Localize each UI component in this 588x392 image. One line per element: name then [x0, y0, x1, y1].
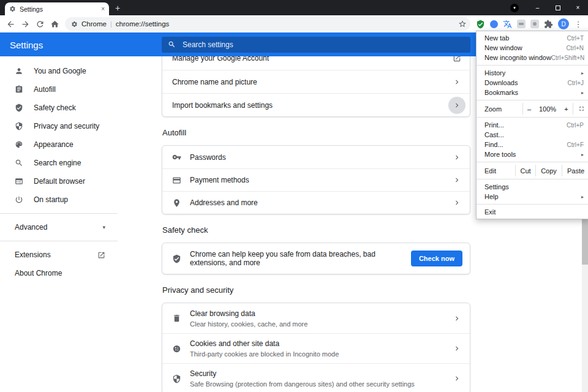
page-title: Settings [10, 39, 43, 50]
chevron-right-icon [453, 344, 461, 353]
reload-button[interactable] [32, 17, 47, 31]
row-addresses[interactable]: Addresses and more [162, 191, 470, 214]
row-label: Passwords [190, 153, 444, 162]
home-button[interactable] [47, 17, 62, 31]
menu-item-label: New tab [484, 34, 567, 42]
sidebar-item-autofill[interactable]: Autofill [0, 80, 118, 99]
menu-item-help[interactable]: Help ▸ [477, 192, 588, 202]
tab-strip: Settings × + ▾ – × [0, 0, 588, 15]
row-manage-google-account[interactable]: Manage your Google Account [162, 56, 470, 70]
sidebar-item-label: Search engine [34, 159, 81, 167]
tab-search-icon[interactable]: ▾ [510, 4, 519, 12]
menu-item-label: More tools [484, 151, 581, 158]
sidebar-item-you-and-google[interactable]: You and Google [0, 62, 118, 80]
forward-button[interactable] [18, 17, 32, 31]
row-cookies[interactable]: Cookies and other site data Third-party … [162, 333, 470, 363]
credit-card-icon [172, 176, 181, 185]
fullscreen-icon [578, 105, 585, 112]
sidebar-item-search-engine[interactable]: Search engine [0, 154, 118, 172]
row-clear-browsing-data[interactable]: Clear browsing data Clear history, cooki… [162, 303, 470, 333]
sidebar-item-extensions[interactable]: Extensions [0, 246, 118, 264]
menu-item-label: Find... [484, 141, 567, 148]
menu-item-label: History [484, 69, 581, 77]
menu-item-more-tools[interactable]: More tools ▸ [477, 149, 588, 159]
extensions-puzzle-icon[interactable] [544, 20, 553, 29]
sidebar-item-advanced[interactable]: Advanced ▾ [0, 218, 118, 236]
row-label: Payment methods [190, 176, 444, 184]
sidebar-item-safety-check[interactable]: Safety check [0, 99, 118, 117]
sidebar-item-label: You and Google [34, 67, 86, 75]
chevron-down-icon: ▾ [102, 224, 105, 230]
search-icon [168, 40, 176, 48]
menu-item-new-window[interactable]: New window Ctrl+N [477, 43, 588, 53]
menu-item-exit[interactable]: Exit [477, 207, 588, 217]
chevron-right-icon [453, 198, 461, 207]
section-heading-safety-check: Safety check [162, 225, 470, 235]
menu-item-bookmarks[interactable]: Bookmarks ▸ [477, 88, 588, 97]
profile-avatar[interactable]: D [558, 18, 569, 29]
extension-shield-icon[interactable] [476, 20, 485, 29]
translate-icon[interactable] [503, 20, 512, 29]
tab-close-icon[interactable]: × [101, 6, 105, 12]
sidebar-item-on-startup[interactable]: On startup [0, 190, 118, 209]
zoom-out-button[interactable]: – [522, 103, 535, 115]
settings-search-bar[interactable] [162, 37, 470, 53]
new-tab-button[interactable]: + [109, 4, 126, 12]
browser-menu-button[interactable]: ⋮ [574, 20, 582, 28]
sidebar-item-about-chrome[interactable]: About Chrome [0, 264, 118, 282]
sidebar-item-privacy[interactable]: Privacy and security [0, 117, 118, 135]
sidebar-item-default-browser[interactable]: Default browser [0, 172, 118, 190]
row-payment-methods[interactable]: Payment methods [162, 168, 470, 191]
sidebar-item-appearance[interactable]: Appearance [0, 135, 118, 154]
menu-separator [477, 117, 588, 118]
menu-item-history[interactable]: History ▸ [477, 68, 588, 78]
menu-item-settings[interactable]: Settings [477, 182, 588, 192]
chevron-right-icon [453, 374, 461, 383]
page-gear-icon [71, 21, 78, 28]
autofill-icon [15, 85, 23, 94]
sidebar-item-label: Extensions [15, 251, 51, 259]
row-security[interactable]: Security Safe Browsing (protection from … [162, 363, 470, 392]
security-shield-icon [172, 374, 181, 383]
menu-item-new-tab[interactable]: New tab Ctrl+T [477, 33, 588, 43]
extension-icon-2[interactable] [530, 20, 539, 28]
section-heading-privacy: Privacy and security [162, 285, 470, 295]
bookmark-star-icon[interactable] [458, 20, 467, 28]
browser-toolbar: Chrome | chrome://settings D ⋮ [0, 15, 588, 32]
sidebar-item-label: On startup [34, 195, 68, 204]
extension-icon-1-glyph [519, 23, 524, 25]
menu-item-cast[interactable]: Cast... [477, 130, 588, 140]
minimize-button[interactable]: – [527, 0, 548, 15]
row-chrome-name-picture[interactable]: Chrome name and picture [162, 70, 470, 93]
back-button[interactable] [3, 17, 18, 31]
edit-copy-button[interactable]: Copy [535, 165, 562, 176]
extension-icon-1[interactable] [517, 20, 526, 28]
menu-item-print[interactable]: Print... Ctrl+P [477, 120, 588, 130]
search-input[interactable] [181, 40, 464, 50]
toolbar-extensions: D ⋮ [473, 18, 585, 29]
safety-check-description: Chrome can help keep you safe from data … [190, 250, 402, 267]
menu-item-find[interactable]: Find... Ctrl+F [477, 140, 588, 149]
tab-favicon-gear-icon [9, 6, 16, 12]
submenu-arrow-icon: ▸ [581, 70, 584, 76]
extension-blue-dot-icon[interactable] [490, 20, 498, 28]
row-import-bookmarks[interactable]: Import bookmarks and settings [162, 93, 470, 116]
address-bar[interactable]: Chrome | chrome://settings [65, 17, 470, 31]
zoom-in-button[interactable]: + [560, 103, 573, 115]
scrollbar-thumb[interactable] [582, 219, 588, 265]
fullscreen-button[interactable] [573, 103, 588, 115]
menu-item-downloads[interactable]: Downloads Ctrl+J [477, 78, 588, 88]
edit-paste-button[interactable]: Paste [562, 165, 588, 176]
row-passwords[interactable]: Passwords [162, 146, 470, 168]
edit-cut-button[interactable]: Cut [515, 165, 535, 176]
row-text: Clear browsing data Clear history, cooki… [190, 309, 444, 328]
home-icon [50, 20, 59, 29]
chevron-right-icon [453, 78, 461, 86]
chevron-right-icon [453, 101, 461, 110]
browser-tab-settings[interactable]: Settings × [5, 2, 109, 15]
close-button[interactable]: × [568, 0, 588, 15]
check-now-button[interactable]: Check now [411, 251, 462, 266]
menu-item-new-incognito-window[interactable]: New incognito window Ctrl+Shift+N [477, 53, 588, 62]
maximize-button[interactable] [548, 0, 568, 15]
tab-title: Settings [20, 6, 97, 13]
